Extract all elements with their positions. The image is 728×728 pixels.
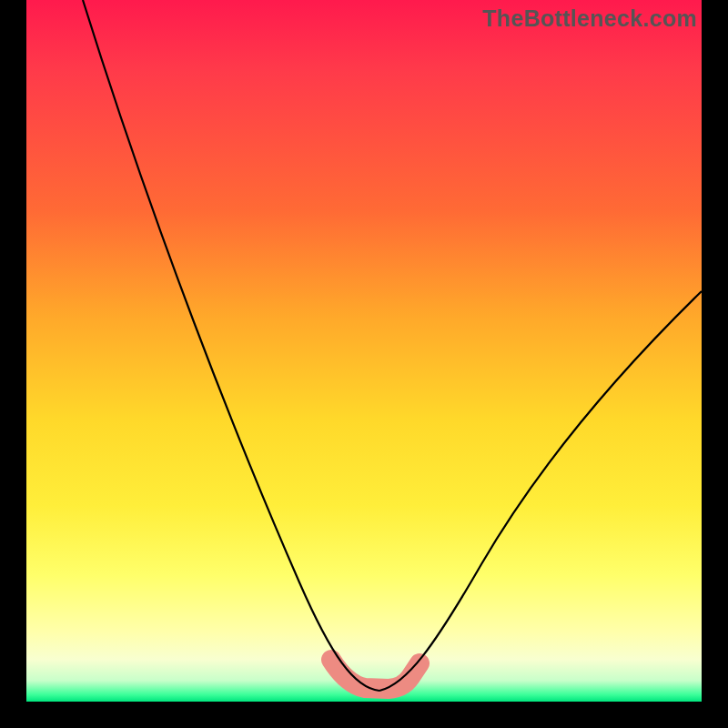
line-chart-svg	[26, 0, 702, 702]
chart-plot-area	[26, 0, 702, 702]
series-left-curve	[83, 0, 379, 691]
series-right-curve	[379, 291, 702, 691]
watermark-text: TheBottleneck.com	[482, 5, 697, 32]
